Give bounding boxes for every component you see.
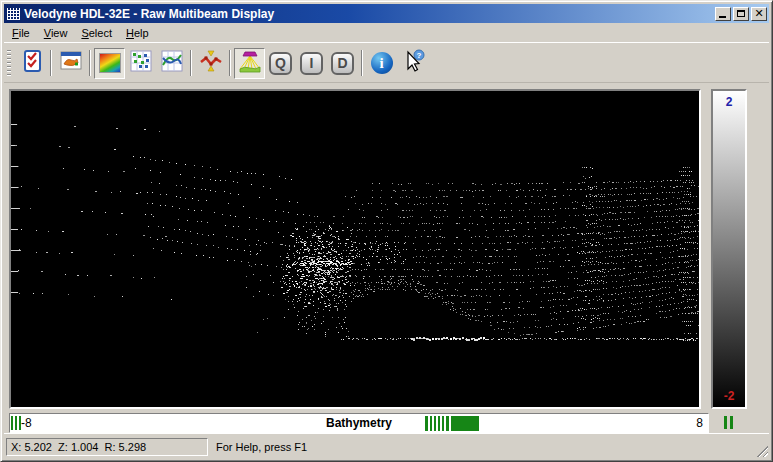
- toolbar-separator: [190, 50, 192, 76]
- map-add-icon: [59, 49, 83, 77]
- about-button[interactable]: i: [366, 48, 397, 79]
- pointcloud-panel: [9, 89, 701, 409]
- svg-text:?: ?: [416, 51, 421, 60]
- maximize-button[interactable]: [733, 7, 749, 21]
- coordinates-readout: X: 5.202 Z: 1.004 R: 5.298: [6, 438, 208, 456]
- scan-list-button[interactable]: [16, 48, 47, 79]
- toolbar-separator: [50, 50, 52, 76]
- colorbar-min-label: -2: [713, 389, 745, 403]
- minimize-button[interactable]: [715, 7, 731, 21]
- help-cursor-icon: ?: [400, 48, 426, 78]
- app-icon: [7, 8, 20, 20]
- checklist-icon: [20, 49, 44, 77]
- info-icon: i: [371, 52, 393, 74]
- toolbar-separator: [229, 50, 231, 76]
- menu-file[interactable]: File: [5, 25, 37, 41]
- menu-select[interactable]: Select: [74, 25, 119, 41]
- signal-display-button[interactable]: [195, 48, 226, 79]
- minimize-icon: [719, 16, 726, 18]
- bathymetry-scalebar: -8 Bathymetry 8: [9, 413, 709, 433]
- menu-help[interactable]: Help: [119, 25, 156, 41]
- statusbar-help-text: For Help, press F1: [216, 441, 307, 453]
- scatter-display-button[interactable]: [125, 48, 156, 79]
- toolbar: Q I D i ?: [4, 42, 769, 83]
- menu-view[interactable]: View: [37, 25, 75, 41]
- colorbar-gradient: [713, 91, 745, 407]
- scalebar-max-value: 8: [696, 416, 703, 430]
- d-display-button[interactable]: D: [327, 48, 358, 79]
- colormap-icon: [99, 53, 121, 73]
- resize-grip[interactable]: [755, 444, 768, 457]
- map-window-button[interactable]: [55, 48, 86, 79]
- colorbar-ticks: [724, 416, 733, 429]
- toolbar-grip[interactable]: [7, 50, 11, 76]
- statusbar: X: 5.202 Z: 1.004 R: 5.298 For Help, pre…: [4, 433, 769, 458]
- line-graph-icon: [160, 49, 184, 77]
- context-help-button[interactable]: ?: [397, 48, 428, 79]
- close-button[interactable]: ✕: [751, 7, 767, 21]
- scatter-plot-icon: [129, 49, 153, 77]
- color-map-display-button[interactable]: [94, 48, 125, 79]
- colorbar-max-label: 2: [713, 95, 745, 109]
- close-icon: ✕: [754, 8, 763, 19]
- multibeam-display-button[interactable]: [234, 48, 265, 79]
- i-letter-icon: I: [300, 52, 323, 75]
- scalebar-histogram: [425, 416, 479, 431]
- maximize-icon: [737, 10, 745, 17]
- toolbar-separator: [361, 50, 363, 76]
- zigzag-signal-icon: [199, 49, 223, 77]
- titlebar[interactable]: Velodyne HDL-32E - Raw Multibeam Display…: [4, 4, 769, 23]
- q-display-button[interactable]: Q: [265, 48, 296, 79]
- toolbar-separator: [89, 50, 91, 76]
- lidar-cone-icon: [238, 49, 262, 77]
- d-letter-icon: D: [331, 52, 354, 75]
- depth-colorbar: 2 -2: [711, 89, 747, 409]
- window-title: Velodyne HDL-32E - Raw Multibeam Display: [24, 7, 713, 21]
- pointcloud-canvas[interactable]: [11, 91, 699, 407]
- graph-display-button[interactable]: [156, 48, 187, 79]
- app-window: Velodyne HDL-32E - Raw Multibeam Display…: [0, 0, 773, 462]
- q-letter-icon: Q: [269, 52, 292, 75]
- i-display-button[interactable]: I: [296, 48, 327, 79]
- menubar: File View Select Help: [4, 24, 769, 42]
- scalebar-title: Bathymetry: [10, 416, 708, 430]
